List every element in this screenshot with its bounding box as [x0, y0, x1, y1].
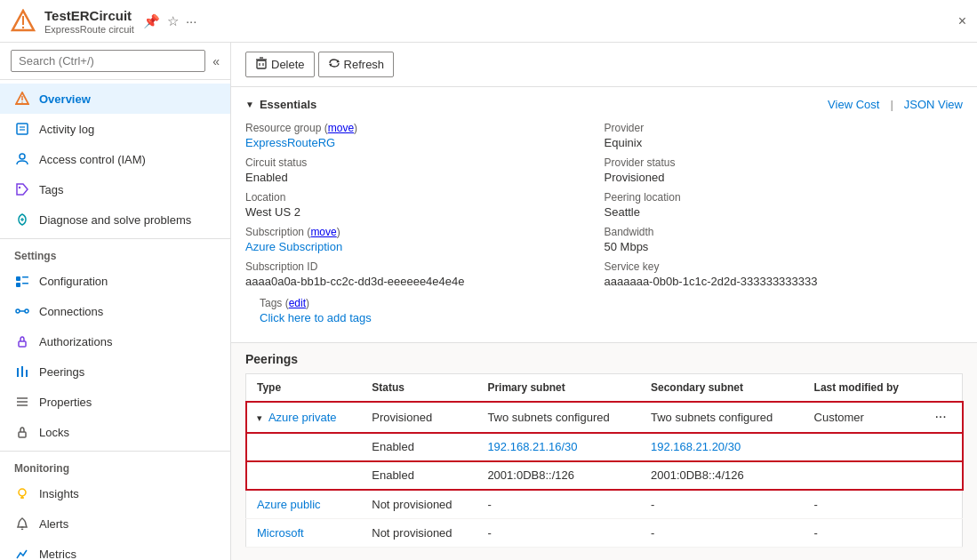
essentials-subscription: Subscription (move) Azure Subscription: [245, 226, 605, 253]
svg-point-18: [25, 309, 28, 313]
expand-icon[interactable]: ▾: [257, 412, 262, 423]
essentials-title: ▼ Essentials: [245, 98, 316, 111]
essentials-grid: Resource group (move) ExpressRouteRG Cir…: [245, 122, 963, 288]
sidebar-item-overview[interactable]: Overview: [0, 84, 230, 114]
app-icon: [11, 9, 36, 34]
sidebar-item-tags[interactable]: Tags: [0, 174, 230, 204]
collapse-icon[interactable]: «: [212, 54, 220, 68]
authorizations-icon: [14, 333, 30, 349]
sidebar-item-locks[interactable]: Locks: [0, 417, 230, 447]
azure-private-secondary: Two subnets configured: [640, 402, 804, 433]
essentials-subscription-id: Subscription ID aaaa0a0a-bb1b-cc2c-dd3d-…: [245, 260, 605, 288]
sidebar-item-insights-label: Insights: [39, 487, 79, 500]
sidebar-item-tags-label: Tags: [39, 183, 63, 196]
search-input[interactable]: [11, 50, 205, 72]
azure-subscription-link[interactable]: Azure Subscription: [245, 240, 342, 253]
azure-public-primary: -: [476, 490, 640, 519]
svg-point-9: [20, 154, 25, 159]
col-type: Type: [246, 374, 362, 402]
essentials-header: ▼ Essentials View Cost | JSON View: [245, 98, 963, 111]
location-label: Location: [245, 191, 605, 204]
subnet-link-1[interactable]: 192.168.21.16/30: [487, 440, 577, 453]
sidebar-item-metrics[interactable]: Metrics: [0, 539, 230, 560]
essentials-bandwidth: Bandwidth 50 Mbps: [605, 226, 964, 253]
svg-rect-6: [17, 124, 28, 134]
monitoring-section-label: Monitoring: [0, 451, 230, 478]
express-route-rg-link[interactable]: ExpressRouteRG: [245, 136, 335, 149]
sub-row1-secondary: 192.168.21.20/30: [640, 433, 804, 461]
close-button[interactable]: ×: [958, 13, 966, 29]
divider: |: [890, 98, 893, 111]
sidebar-item-peerings[interactable]: Peerings: [0, 356, 230, 387]
sub-row1-type: [246, 433, 362, 461]
table-row: Microsoft Not provisioned - - -: [246, 519, 963, 548]
more-button[interactable]: ···: [934, 409, 946, 424]
main-layout: « Overview: [0, 43, 977, 560]
sidebar-item-diagnose[interactable]: Diagnose and solve problems: [0, 204, 230, 235]
sub-row2-secondary: 2001:0DB8::4/126: [640, 461, 804, 491]
azure-private-primary: Two subnets configured: [476, 402, 640, 433]
sub-row1-primary: 192.168.21.16/30: [476, 433, 640, 461]
provider-label: Provider: [605, 122, 964, 134]
col-primary-subnet: Primary subnet: [476, 374, 640, 402]
view-cost-link[interactable]: View Cost: [828, 98, 879, 111]
add-tags-link[interactable]: Click here to add tags: [260, 311, 372, 324]
svg-rect-15: [22, 276, 28, 278]
table-row: ▾ Azure private Provisioned Two subnets …: [246, 402, 963, 433]
essentials-links: View Cost | JSON View: [828, 98, 963, 111]
refresh-button[interactable]: Refresh: [318, 52, 395, 77]
sidebar-item-configuration[interactable]: Configuration: [0, 266, 230, 296]
pin-icon[interactable]: 📌: [143, 13, 160, 29]
essentials-provider: Provider Equinix: [605, 122, 964, 149]
delete-button[interactable]: Delete: [245, 52, 315, 77]
refresh-icon: [328, 57, 340, 72]
insights-icon: [14, 485, 30, 501]
provider-status-value: Provisioned: [605, 171, 964, 184]
azure-private-actions: ···: [924, 402, 962, 433]
table-row: Enabled 192.168.21.16/30 192.168.21.20/3…: [246, 433, 963, 461]
sub-row2-actions: [924, 461, 962, 491]
sidebar-item-alerts[interactable]: Alerts: [0, 508, 230, 539]
azure-public-status: Not provisioned: [361, 490, 476, 519]
essentials-provider-status: Provider status Provisioned: [605, 156, 964, 184]
col-last-modified: Last modified by: [804, 374, 925, 402]
sidebar-item-access-control[interactable]: Access control (IAM): [0, 144, 230, 174]
sidebar-item-connections[interactable]: Connections: [0, 296, 230, 326]
star-icon[interactable]: ☆: [167, 13, 179, 29]
azure-public-secondary: -: [640, 490, 804, 519]
essentials-col-left: Resource group (move) ExpressRouteRG Cir…: [245, 122, 605, 288]
circuit-status-label: Circuit status: [245, 156, 605, 169]
col-actions: [924, 374, 962, 402]
subscription-label: Subscription (move): [245, 226, 605, 238]
azure-private-link[interactable]: Azure private: [268, 411, 337, 424]
resource-group-move-link[interactable]: move: [328, 122, 354, 134]
tags-edit-link[interactable]: edit: [289, 297, 306, 309]
bandwidth-value: 50 Mbps: [605, 240, 964, 253]
microsoft-link[interactable]: Microsoft: [257, 526, 304, 540]
sub-row2-status: Enabled: [361, 461, 476, 491]
svg-rect-20: [19, 341, 26, 347]
service-key-label: Service key: [605, 260, 964, 273]
svg-rect-16: [22, 283, 28, 284]
more-icon[interactable]: ···: [186, 13, 197, 28]
sub-row1-status: Enabled: [361, 433, 476, 461]
sidebar-item-insights[interactable]: Insights: [0, 478, 230, 508]
microsoft-primary: -: [476, 519, 640, 548]
microsoft-status: Not provisioned: [361, 519, 476, 548]
sidebar-item-activity-log[interactable]: Activity log: [0, 114, 230, 144]
azure-public-link[interactable]: Azure public: [257, 498, 321, 511]
json-view-link[interactable]: JSON View: [904, 98, 963, 111]
azure-public-type: Azure public: [246, 490, 362, 519]
refresh-label: Refresh: [344, 58, 385, 71]
sidebar-item-authorizations[interactable]: Authorizations: [0, 326, 230, 356]
peerings-thead: Type Status Primary subnet Secondary sub…: [246, 374, 963, 402]
essentials-resource-group: Resource group (move) ExpressRouteRG: [245, 122, 605, 149]
sidebar-item-properties[interactable]: Properties: [0, 387, 230, 417]
search-bar: «: [0, 43, 230, 80]
subscription-move-link[interactable]: move: [310, 226, 336, 238]
sidebar-item-metrics-label: Metrics: [39, 548, 76, 561]
svg-rect-14: [16, 283, 20, 287]
top-bar-icons: 📌 ☆ ···: [143, 13, 197, 29]
svg-point-28: [19, 489, 26, 496]
subnet-link-2[interactable]: 192.168.21.20/30: [651, 440, 741, 453]
